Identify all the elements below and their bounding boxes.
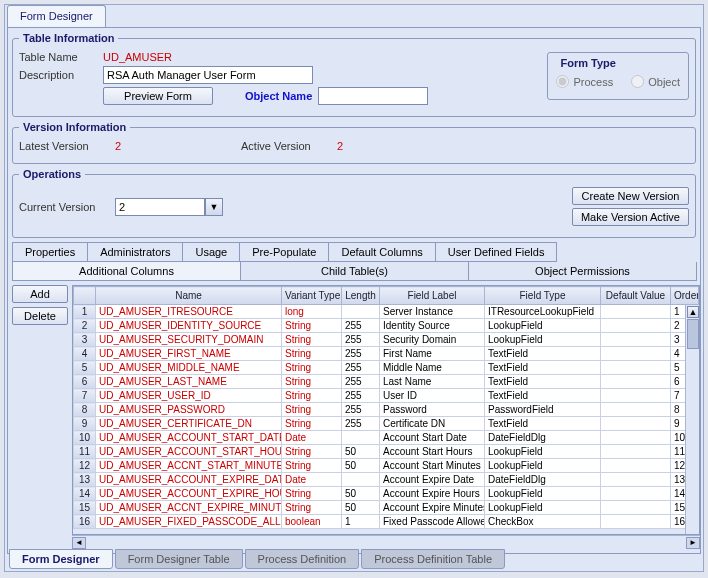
current-version-label: Current Version bbox=[19, 201, 109, 213]
operations-legend: Operations bbox=[19, 168, 85, 180]
subtab-usage[interactable]: Usage bbox=[182, 242, 240, 262]
table-row[interactable]: 1UD_AMUSER_ITRESOURCElongServer Instance… bbox=[74, 305, 699, 319]
scroll-right-icon[interactable]: ► bbox=[686, 537, 700, 549]
table-row[interactable]: 4UD_AMUSER_FIRST_NAMEString255First Name… bbox=[74, 347, 699, 361]
subtab-administrators[interactable]: Administrators bbox=[87, 242, 183, 262]
subtab-user-defined-fields[interactable]: User Defined Fields bbox=[435, 242, 558, 262]
subtab-pre-populate[interactable]: Pre-Populate bbox=[239, 242, 329, 262]
version-info-legend: Version Information bbox=[19, 121, 130, 133]
col-header-rownum[interactable] bbox=[74, 287, 96, 305]
make-version-active-button[interactable]: Make Version Active bbox=[572, 208, 689, 226]
table-row[interactable]: 15UD_AMUSER_ACCNT_EXPIRE_MINUTESString50… bbox=[74, 501, 699, 515]
col-header-name[interactable]: Name bbox=[96, 287, 282, 305]
subtab-child-table(s)[interactable]: Child Table(s) bbox=[240, 262, 469, 281]
scroll-thumb[interactable] bbox=[687, 319, 699, 349]
latest-version-value: 2 bbox=[115, 140, 235, 152]
object-name-label: Object Name bbox=[245, 90, 312, 102]
col-header-variant-type[interactable]: Variant Type bbox=[282, 287, 342, 305]
table-row[interactable]: 12UD_AMUSER_ACCNT_START_MINUTESString50A… bbox=[74, 459, 699, 473]
form-type-process-radio[interactable]: Process bbox=[556, 75, 613, 88]
table-row[interactable]: 10UD_AMUSER_ACCOUNT_START_DATEDateAccoun… bbox=[74, 431, 699, 445]
bottom-tab-process-definition-table[interactable]: Process Definition Table bbox=[361, 549, 505, 569]
bottom-tab-form-designer[interactable]: Form Designer bbox=[9, 549, 113, 569]
form-type-object-radio[interactable]: Object bbox=[631, 75, 680, 88]
operations-group: Operations Current Version ▼ Create New … bbox=[12, 168, 696, 238]
bottom-tab-process-definition[interactable]: Process Definition bbox=[245, 549, 360, 569]
table-row[interactable]: 16UD_AMUSER_FIXED_PASSCODE_ALLOWboolean1… bbox=[74, 515, 699, 529]
col-header-field-label[interactable]: Field Label bbox=[380, 287, 485, 305]
version-information-group: Version Information Latest Version 2 Act… bbox=[12, 121, 696, 164]
form-type-legend: Form Type bbox=[556, 57, 619, 69]
table-row[interactable]: 5UD_AMUSER_MIDDLE_NAMEString255Middle Na… bbox=[74, 361, 699, 375]
object-name-input[interactable] bbox=[318, 87, 428, 105]
columns-table[interactable]: NameVariant TypeLengthField LabelField T… bbox=[73, 286, 699, 529]
active-version-label: Active Version bbox=[241, 140, 331, 152]
scroll-up-icon[interactable]: ▲ bbox=[687, 306, 699, 318]
subtab-additional-columns[interactable]: Additional Columns bbox=[12, 262, 241, 281]
table-name-label: Table Name bbox=[19, 51, 97, 63]
subtab-properties[interactable]: Properties bbox=[12, 242, 88, 262]
table-row[interactable]: 11UD_AMUSER_ACCOUNT_START_HOURSString50A… bbox=[74, 445, 699, 459]
subtab-object-permissions[interactable]: Object Permissions bbox=[468, 262, 697, 281]
chevron-down-icon[interactable]: ▼ bbox=[205, 198, 223, 216]
latest-version-label: Latest Version bbox=[19, 140, 109, 152]
col-header-order[interactable]: Order bbox=[671, 287, 699, 305]
table-row[interactable]: 7UD_AMUSER_USER_IDString255User IDTextFi… bbox=[74, 389, 699, 403]
table-information-group: Table Information Table Name UD_AMUSER D… bbox=[12, 32, 696, 117]
bottom-tab-form-designer-table[interactable]: Form Designer Table bbox=[115, 549, 243, 569]
current-version-combo[interactable]: ▼ bbox=[115, 198, 223, 216]
col-header-field-type[interactable]: Field Type bbox=[485, 287, 601, 305]
preview-form-button[interactable]: Preview Form bbox=[103, 87, 213, 105]
description-input[interactable] bbox=[103, 66, 313, 84]
table-row[interactable]: 2UD_AMUSER_IDENTITY_SOURCEString255Ident… bbox=[74, 319, 699, 333]
subtab-default-columns[interactable]: Default Columns bbox=[328, 242, 435, 262]
table-row[interactable]: 9UD_AMUSER_CERTIFICATE_DNString255Certif… bbox=[74, 417, 699, 431]
description-label: Description bbox=[19, 69, 97, 81]
delete-button[interactable]: Delete bbox=[12, 307, 68, 325]
table-row[interactable]: 6UD_AMUSER_LAST_NAMEString255Last NameTe… bbox=[74, 375, 699, 389]
table-row[interactable]: 3UD_AMUSER_SECURITY_DOMAINString255Secur… bbox=[74, 333, 699, 347]
tab-form-designer[interactable]: Form Designer bbox=[7, 5, 106, 27]
vertical-scrollbar[interactable]: ▲ bbox=[685, 305, 699, 534]
table-info-legend: Table Information bbox=[19, 32, 118, 44]
table-row[interactable]: 13UD_AMUSER_ACCOUNT_EXPIRE_DATEDateAccou… bbox=[74, 473, 699, 487]
active-version-value: 2 bbox=[337, 140, 343, 152]
create-new-version-button[interactable]: Create New Version bbox=[572, 187, 689, 205]
table-name-value: UD_AMUSER bbox=[103, 51, 172, 63]
col-header-length[interactable]: Length bbox=[342, 287, 380, 305]
current-version-input[interactable] bbox=[115, 198, 205, 216]
col-header-default-value[interactable]: Default Value bbox=[601, 287, 671, 305]
horizontal-scrollbar[interactable]: ◄ ► bbox=[72, 535, 700, 549]
table-row[interactable]: 8UD_AMUSER_PASSWORDString255PasswordPass… bbox=[74, 403, 699, 417]
table-row[interactable]: 14UD_AMUSER_ACCOUNT_EXPIRE_HOURSString50… bbox=[74, 487, 699, 501]
add-button[interactable]: Add bbox=[12, 285, 68, 303]
scroll-left-icon[interactable]: ◄ bbox=[72, 537, 86, 549]
